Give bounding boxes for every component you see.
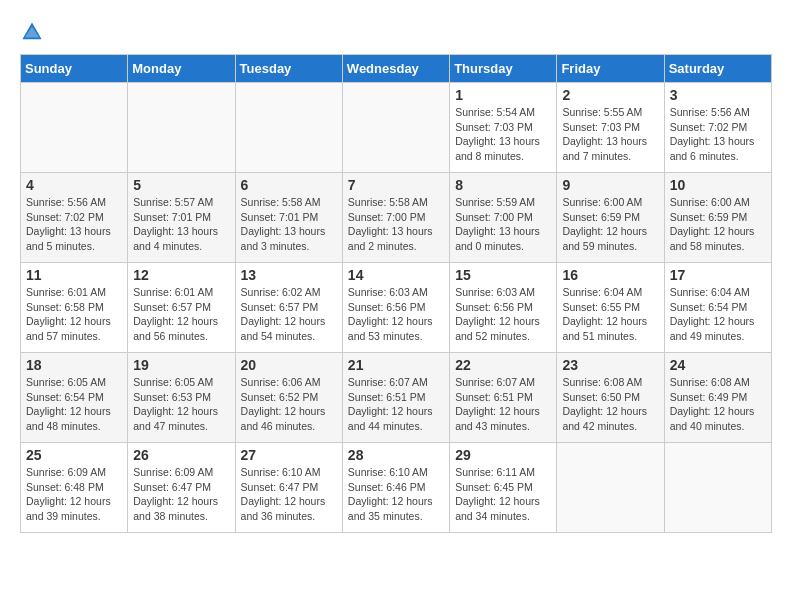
calendar-table: SundayMondayTuesdayWednesdayThursdayFrid… (20, 54, 772, 533)
calendar-cell: 15Sunrise: 6:03 AM Sunset: 6:56 PM Dayli… (450, 263, 557, 353)
day-number: 1 (455, 87, 551, 103)
day-info: Sunrise: 6:00 AM Sunset: 6:59 PM Dayligh… (562, 195, 658, 254)
calendar-cell: 3Sunrise: 5:56 AM Sunset: 7:02 PM Daylig… (664, 83, 771, 173)
calendar-cell: 21Sunrise: 6:07 AM Sunset: 6:51 PM Dayli… (342, 353, 449, 443)
day-info: Sunrise: 6:03 AM Sunset: 6:56 PM Dayligh… (455, 285, 551, 344)
calendar-cell (235, 83, 342, 173)
calendar-cell: 26Sunrise: 6:09 AM Sunset: 6:47 PM Dayli… (128, 443, 235, 533)
day-info: Sunrise: 6:01 AM Sunset: 6:58 PM Dayligh… (26, 285, 122, 344)
calendar-cell: 16Sunrise: 6:04 AM Sunset: 6:55 PM Dayli… (557, 263, 664, 353)
calendar-cell: 1Sunrise: 5:54 AM Sunset: 7:03 PM Daylig… (450, 83, 557, 173)
day-number: 8 (455, 177, 551, 193)
page-header (20, 20, 772, 44)
calendar-cell: 7Sunrise: 5:58 AM Sunset: 7:00 PM Daylig… (342, 173, 449, 263)
calendar-week-row: 25Sunrise: 6:09 AM Sunset: 6:48 PM Dayli… (21, 443, 772, 533)
logo (20, 20, 48, 44)
calendar-cell: 8Sunrise: 5:59 AM Sunset: 7:00 PM Daylig… (450, 173, 557, 263)
calendar-cell: 2Sunrise: 5:55 AM Sunset: 7:03 PM Daylig… (557, 83, 664, 173)
day-number: 20 (241, 357, 337, 373)
day-info: Sunrise: 6:05 AM Sunset: 6:53 PM Dayligh… (133, 375, 229, 434)
day-number: 16 (562, 267, 658, 283)
calendar-cell (664, 443, 771, 533)
day-number: 27 (241, 447, 337, 463)
calendar-cell: 17Sunrise: 6:04 AM Sunset: 6:54 PM Dayli… (664, 263, 771, 353)
calendar-cell: 28Sunrise: 6:10 AM Sunset: 6:46 PM Dayli… (342, 443, 449, 533)
calendar-header-row: SundayMondayTuesdayWednesdayThursdayFrid… (21, 55, 772, 83)
day-info: Sunrise: 5:56 AM Sunset: 7:02 PM Dayligh… (26, 195, 122, 254)
calendar-cell: 12Sunrise: 6:01 AM Sunset: 6:57 PM Dayli… (128, 263, 235, 353)
calendar-cell (128, 83, 235, 173)
calendar-cell: 29Sunrise: 6:11 AM Sunset: 6:45 PM Dayli… (450, 443, 557, 533)
weekday-header: Saturday (664, 55, 771, 83)
calendar-week-row: 1Sunrise: 5:54 AM Sunset: 7:03 PM Daylig… (21, 83, 772, 173)
day-info: Sunrise: 6:09 AM Sunset: 6:48 PM Dayligh… (26, 465, 122, 524)
day-info: Sunrise: 5:56 AM Sunset: 7:02 PM Dayligh… (670, 105, 766, 164)
logo-icon (20, 20, 44, 44)
calendar-cell: 13Sunrise: 6:02 AM Sunset: 6:57 PM Dayli… (235, 263, 342, 353)
weekday-header: Sunday (21, 55, 128, 83)
calendar-cell: 27Sunrise: 6:10 AM Sunset: 6:47 PM Dayli… (235, 443, 342, 533)
day-number: 26 (133, 447, 229, 463)
day-info: Sunrise: 6:04 AM Sunset: 6:55 PM Dayligh… (562, 285, 658, 344)
day-number: 6 (241, 177, 337, 193)
day-number: 28 (348, 447, 444, 463)
day-number: 2 (562, 87, 658, 103)
calendar-cell: 10Sunrise: 6:00 AM Sunset: 6:59 PM Dayli… (664, 173, 771, 263)
day-number: 7 (348, 177, 444, 193)
day-number: 25 (26, 447, 122, 463)
day-number: 29 (455, 447, 551, 463)
day-number: 21 (348, 357, 444, 373)
weekday-header: Wednesday (342, 55, 449, 83)
day-info: Sunrise: 5:57 AM Sunset: 7:01 PM Dayligh… (133, 195, 229, 254)
day-number: 3 (670, 87, 766, 103)
day-number: 17 (670, 267, 766, 283)
day-info: Sunrise: 6:10 AM Sunset: 6:47 PM Dayligh… (241, 465, 337, 524)
day-info: Sunrise: 6:11 AM Sunset: 6:45 PM Dayligh… (455, 465, 551, 524)
day-info: Sunrise: 6:01 AM Sunset: 6:57 PM Dayligh… (133, 285, 229, 344)
day-number: 4 (26, 177, 122, 193)
day-number: 9 (562, 177, 658, 193)
calendar-cell: 19Sunrise: 6:05 AM Sunset: 6:53 PM Dayli… (128, 353, 235, 443)
calendar-cell (21, 83, 128, 173)
calendar-cell: 4Sunrise: 5:56 AM Sunset: 7:02 PM Daylig… (21, 173, 128, 263)
calendar-cell: 6Sunrise: 5:58 AM Sunset: 7:01 PM Daylig… (235, 173, 342, 263)
day-number: 24 (670, 357, 766, 373)
day-number: 11 (26, 267, 122, 283)
calendar-cell: 5Sunrise: 5:57 AM Sunset: 7:01 PM Daylig… (128, 173, 235, 263)
day-info: Sunrise: 6:05 AM Sunset: 6:54 PM Dayligh… (26, 375, 122, 434)
calendar-week-row: 11Sunrise: 6:01 AM Sunset: 6:58 PM Dayli… (21, 263, 772, 353)
day-number: 19 (133, 357, 229, 373)
calendar-cell: 14Sunrise: 6:03 AM Sunset: 6:56 PM Dayli… (342, 263, 449, 353)
day-info: Sunrise: 6:08 AM Sunset: 6:50 PM Dayligh… (562, 375, 658, 434)
calendar-cell: 11Sunrise: 6:01 AM Sunset: 6:58 PM Dayli… (21, 263, 128, 353)
day-info: Sunrise: 6:07 AM Sunset: 6:51 PM Dayligh… (348, 375, 444, 434)
day-info: Sunrise: 5:54 AM Sunset: 7:03 PM Dayligh… (455, 105, 551, 164)
day-info: Sunrise: 6:00 AM Sunset: 6:59 PM Dayligh… (670, 195, 766, 254)
calendar-cell: 24Sunrise: 6:08 AM Sunset: 6:49 PM Dayli… (664, 353, 771, 443)
day-number: 13 (241, 267, 337, 283)
day-number: 12 (133, 267, 229, 283)
day-info: Sunrise: 5:58 AM Sunset: 7:01 PM Dayligh… (241, 195, 337, 254)
weekday-header: Monday (128, 55, 235, 83)
calendar-cell: 9Sunrise: 6:00 AM Sunset: 6:59 PM Daylig… (557, 173, 664, 263)
calendar-cell: 23Sunrise: 6:08 AM Sunset: 6:50 PM Dayli… (557, 353, 664, 443)
weekday-header: Friday (557, 55, 664, 83)
day-number: 18 (26, 357, 122, 373)
day-info: Sunrise: 5:55 AM Sunset: 7:03 PM Dayligh… (562, 105, 658, 164)
day-info: Sunrise: 5:58 AM Sunset: 7:00 PM Dayligh… (348, 195, 444, 254)
day-number: 15 (455, 267, 551, 283)
calendar-cell: 18Sunrise: 6:05 AM Sunset: 6:54 PM Dayli… (21, 353, 128, 443)
weekday-header: Tuesday (235, 55, 342, 83)
day-number: 22 (455, 357, 551, 373)
calendar-cell: 22Sunrise: 6:07 AM Sunset: 6:51 PM Dayli… (450, 353, 557, 443)
day-info: Sunrise: 6:02 AM Sunset: 6:57 PM Dayligh… (241, 285, 337, 344)
calendar-week-row: 4Sunrise: 5:56 AM Sunset: 7:02 PM Daylig… (21, 173, 772, 263)
day-number: 10 (670, 177, 766, 193)
calendar-cell: 25Sunrise: 6:09 AM Sunset: 6:48 PM Dayli… (21, 443, 128, 533)
day-info: Sunrise: 6:03 AM Sunset: 6:56 PM Dayligh… (348, 285, 444, 344)
day-info: Sunrise: 6:07 AM Sunset: 6:51 PM Dayligh… (455, 375, 551, 434)
day-number: 5 (133, 177, 229, 193)
calendar-cell: 20Sunrise: 6:06 AM Sunset: 6:52 PM Dayli… (235, 353, 342, 443)
calendar-cell (342, 83, 449, 173)
day-info: Sunrise: 6:04 AM Sunset: 6:54 PM Dayligh… (670, 285, 766, 344)
